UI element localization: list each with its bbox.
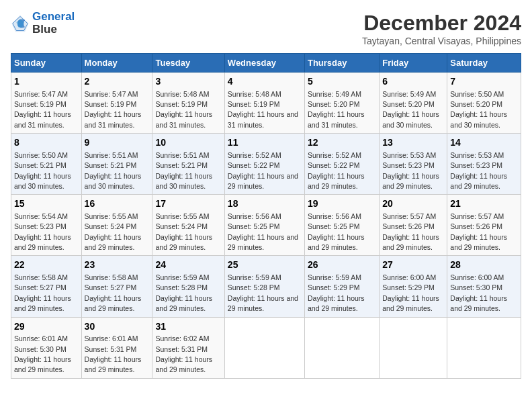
day-number: 10 — [155, 136, 221, 150]
week-row: 8Sunrise: 5:50 AMSunset: 5:21 PMDaylight… — [11, 134, 521, 195]
day-info: Sunrise: 5:54 AMSunset: 5:23 PMDaylight:… — [14, 212, 71, 251]
calendar-cell: 28Sunrise: 6:00 AMSunset: 5:30 PMDayligh… — [447, 256, 521, 317]
calendar-cell: 18Sunrise: 5:56 AMSunset: 5:25 PMDayligh… — [224, 195, 304, 256]
day-number: 20 — [382, 197, 444, 211]
day-number: 9 — [85, 136, 150, 150]
day-number: 8 — [14, 136, 79, 150]
day-number: 25 — [228, 259, 302, 272]
day-info: Sunrise: 6:01 AMSunset: 5:31 PMDaylight:… — [85, 334, 142, 373]
calendar-cell: 20Sunrise: 5:57 AMSunset: 5:26 PMDayligh… — [380, 195, 447, 256]
day-number: 3 — [155, 75, 221, 89]
calendar-cell — [447, 317, 521, 378]
calendar-cell: 7Sunrise: 5:50 AMSunset: 5:20 PMDaylight… — [447, 73, 521, 134]
day-info: Sunrise: 5:59 AMSunset: 5:28 PMDaylight:… — [155, 273, 212, 312]
calendar-cell: 5Sunrise: 5:49 AMSunset: 5:20 PMDaylight… — [304, 73, 379, 134]
calendar-cell: 15Sunrise: 5:54 AMSunset: 5:23 PMDayligh… — [11, 195, 82, 256]
day-info: Sunrise: 5:49 AMSunset: 5:20 PMDaylight:… — [382, 90, 439, 129]
day-number: 22 — [14, 259, 79, 272]
calendar-cell: 16Sunrise: 5:55 AMSunset: 5:24 PMDayligh… — [81, 195, 152, 256]
calendar-cell: 1Sunrise: 5:47 AMSunset: 5:19 PMDaylight… — [11, 73, 82, 134]
calendar-cell: 9Sunrise: 5:51 AMSunset: 5:21 PMDaylight… — [81, 134, 152, 195]
day-number: 27 — [382, 259, 444, 272]
header: General Blue December 2024 Taytayan, Cen… — [11, 11, 521, 46]
calendar-cell: 25Sunrise: 5:59 AMSunset: 5:28 PMDayligh… — [224, 256, 304, 317]
calendar-cell: 26Sunrise: 5:59 AMSunset: 5:29 PMDayligh… — [304, 256, 379, 317]
calendar-cell: 2Sunrise: 5:47 AMSunset: 5:19 PMDaylight… — [81, 73, 152, 134]
calendar-cell: 17Sunrise: 5:55 AMSunset: 5:24 PMDayligh… — [152, 195, 224, 256]
day-info: Sunrise: 5:56 AMSunset: 5:25 PMDaylight:… — [228, 212, 298, 251]
day-info: Sunrise: 5:48 AMSunset: 5:19 PMDaylight:… — [228, 90, 298, 129]
calendar-cell — [304, 317, 379, 378]
day-info: Sunrise: 6:00 AMSunset: 5:29 PMDaylight:… — [382, 273, 439, 312]
calendar-cell: 14Sunrise: 5:53 AMSunset: 5:23 PMDayligh… — [447, 134, 521, 195]
day-number: 31 — [155, 320, 221, 334]
day-number: 19 — [308, 197, 376, 211]
day-info: Sunrise: 5:49 AMSunset: 5:20 PMDaylight:… — [308, 90, 365, 129]
header-row: SundayMondayTuesdayWednesdayThursdayFrid… — [11, 54, 521, 73]
day-number: 26 — [308, 259, 376, 272]
calendar-cell: 31Sunrise: 6:02 AMSunset: 5:31 PMDayligh… — [152, 317, 224, 378]
day-number: 15 — [14, 197, 79, 211]
day-number: 7 — [450, 75, 518, 89]
logo-text: General Blue — [32, 11, 75, 36]
day-number: 29 — [14, 320, 79, 334]
day-info: Sunrise: 5:58 AMSunset: 5:27 PMDaylight:… — [85, 273, 142, 312]
calendar-cell: 22Sunrise: 5:58 AMSunset: 5:27 PMDayligh… — [11, 256, 82, 317]
calendar-table: SundayMondayTuesdayWednesdayThursdayFrid… — [11, 53, 521, 379]
day-info: Sunrise: 5:47 AMSunset: 5:19 PMDaylight:… — [85, 90, 142, 129]
calendar-cell — [224, 317, 304, 378]
header-day: Tuesday — [152, 54, 224, 73]
day-number: 5 — [308, 75, 376, 89]
header-day: Friday — [380, 54, 447, 73]
day-info: Sunrise: 5:50 AMSunset: 5:21 PMDaylight:… — [14, 151, 71, 190]
day-number: 6 — [382, 75, 444, 89]
day-number: 23 — [85, 259, 150, 272]
calendar-cell: 21Sunrise: 5:57 AMSunset: 5:26 PMDayligh… — [447, 195, 521, 256]
logo-icon — [11, 14, 30, 33]
day-info: Sunrise: 5:47 AMSunset: 5:19 PMDaylight:… — [14, 90, 71, 129]
calendar-cell: 8Sunrise: 5:50 AMSunset: 5:21 PMDaylight… — [11, 134, 82, 195]
day-number: 13 — [382, 136, 444, 150]
day-info: Sunrise: 6:00 AMSunset: 5:30 PMDaylight:… — [450, 273, 507, 312]
day-info: Sunrise: 5:58 AMSunset: 5:27 PMDaylight:… — [14, 273, 71, 312]
day-number: 14 — [450, 136, 518, 150]
day-number: 30 — [85, 320, 150, 334]
day-info: Sunrise: 5:51 AMSunset: 5:21 PMDaylight:… — [155, 151, 212, 190]
day-number: 1 — [14, 75, 79, 89]
calendar-cell: 4Sunrise: 5:48 AMSunset: 5:19 PMDaylight… — [224, 73, 304, 134]
week-row: 29Sunrise: 6:01 AMSunset: 5:30 PMDayligh… — [11, 317, 521, 378]
calendar-cell: 29Sunrise: 6:01 AMSunset: 5:30 PMDayligh… — [11, 317, 82, 378]
day-info: Sunrise: 5:59 AMSunset: 5:28 PMDaylight:… — [228, 273, 298, 312]
day-number: 11 — [228, 136, 302, 150]
header-day: Wednesday — [224, 54, 304, 73]
header-day: Monday — [81, 54, 152, 73]
calendar-cell: 13Sunrise: 5:53 AMSunset: 5:23 PMDayligh… — [380, 134, 447, 195]
title-section: December 2024 Taytayan, Central Visayas,… — [362, 11, 521, 46]
day-info: Sunrise: 5:51 AMSunset: 5:21 PMDaylight:… — [85, 151, 142, 190]
calendar-cell: 11Sunrise: 5:52 AMSunset: 5:22 PMDayligh… — [224, 134, 304, 195]
day-number: 28 — [450, 259, 518, 272]
day-info: Sunrise: 5:57 AMSunset: 5:26 PMDaylight:… — [450, 212, 507, 251]
day-number: 18 — [228, 197, 302, 211]
day-number: 16 — [85, 197, 150, 211]
day-info: Sunrise: 6:02 AMSunset: 5:31 PMDaylight:… — [155, 334, 212, 373]
calendar-cell: 10Sunrise: 5:51 AMSunset: 5:21 PMDayligh… — [152, 134, 224, 195]
day-number: 4 — [228, 75, 302, 89]
header-day: Saturday — [447, 54, 521, 73]
main-title: December 2024 — [362, 11, 521, 36]
calendar-cell: 3Sunrise: 5:48 AMSunset: 5:19 PMDaylight… — [152, 73, 224, 134]
day-number: 21 — [450, 197, 518, 211]
day-number: 2 — [85, 75, 150, 89]
calendar-cell: 27Sunrise: 6:00 AMSunset: 5:29 PMDayligh… — [380, 256, 447, 317]
week-row: 1Sunrise: 5:47 AMSunset: 5:19 PMDaylight… — [11, 73, 521, 134]
week-row: 22Sunrise: 5:58 AMSunset: 5:27 PMDayligh… — [11, 256, 521, 317]
day-info: Sunrise: 5:53 AMSunset: 5:23 PMDaylight:… — [382, 151, 439, 190]
logo: General Blue — [11, 11, 75, 36]
calendar-cell: 23Sunrise: 5:58 AMSunset: 5:27 PMDayligh… — [81, 256, 152, 317]
day-info: Sunrise: 5:52 AMSunset: 5:22 PMDaylight:… — [228, 151, 298, 190]
header-day: Sunday — [11, 54, 82, 73]
day-number: 24 — [155, 259, 221, 272]
day-info: Sunrise: 5:56 AMSunset: 5:25 PMDaylight:… — [308, 212, 365, 251]
day-number: 17 — [155, 197, 221, 211]
calendar-cell — [380, 317, 447, 378]
